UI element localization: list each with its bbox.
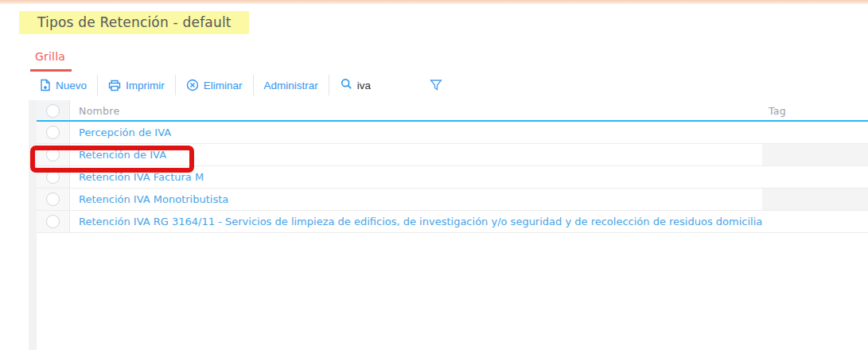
page-title-wrap: Tipos de Retención - default xyxy=(19,11,249,34)
row-name-cell[interactable]: Percepción de IVA xyxy=(70,122,762,143)
row-select-cell[interactable] xyxy=(37,189,70,210)
printer-icon xyxy=(108,80,121,91)
row-select-cell[interactable] xyxy=(37,166,70,188)
row-name-link[interactable]: Retención de IVA xyxy=(79,149,166,161)
table-row[interactable]: Retención IVA Monotributista xyxy=(37,189,868,211)
new-button-label: Nuevo xyxy=(56,80,87,91)
row-select-radio[interactable] xyxy=(46,126,60,139)
row-tag-cell xyxy=(762,144,868,165)
delete-button[interactable]: Eliminar xyxy=(176,75,253,95)
column-header-tag[interactable]: Tag xyxy=(762,100,868,122)
manage-button-label: Administrar xyxy=(264,80,318,91)
table-row[interactable]: Retención IVA RG 3164/11 - Servicios de … xyxy=(37,211,868,233)
row-select-radio[interactable] xyxy=(46,215,60,228)
title-highlight: Tipos de Retención - default xyxy=(19,11,249,34)
table-row[interactable]: Percepción de IVA xyxy=(37,122,868,144)
row-name-cell[interactable]: Retención de IVA xyxy=(70,144,762,165)
row-tag-cell xyxy=(762,211,868,232)
row-name-link[interactable]: Retención IVA Factura M xyxy=(79,171,204,183)
grid-header-row: Nombre Tag xyxy=(37,100,868,122)
delete-button-label: Eliminar xyxy=(204,80,243,91)
row-name-cell[interactable]: Retención IVA RG 3164/11 - Servicios de … xyxy=(70,211,762,232)
grid-body: Percepción de IVA Retención de IVA Reten… xyxy=(37,122,868,233)
column-header-nombre-label: Nombre xyxy=(79,105,119,117)
select-all-radio[interactable] xyxy=(46,104,60,118)
new-button[interactable]: Nuevo xyxy=(29,75,97,95)
row-name-cell[interactable]: Retención IVA Factura M xyxy=(70,166,762,188)
page-title: Tipos de Retención - default xyxy=(37,14,232,30)
column-header-tag-label: Tag xyxy=(769,105,786,117)
tab-grilla[interactable]: Grilla xyxy=(30,49,72,72)
table-row[interactable]: Retención de IVA xyxy=(37,144,868,166)
row-select-cell[interactable] xyxy=(37,144,70,165)
delete-circle-icon xyxy=(186,79,199,91)
row-select-cell[interactable] xyxy=(37,122,70,143)
search-input[interactable] xyxy=(357,80,399,91)
tab-grilla-label: Grilla xyxy=(30,50,69,63)
row-name-link[interactable]: Retención IVA RG 3164/11 - Servicios de … xyxy=(79,216,762,228)
manage-button[interactable]: Administrar xyxy=(254,75,329,95)
select-all-cell[interactable] xyxy=(37,100,70,122)
row-name-cell[interactable]: Retención IVA Monotributista xyxy=(70,189,762,210)
print-button[interactable]: Imprimir xyxy=(98,75,175,95)
row-select-radio[interactable] xyxy=(46,148,60,161)
table-row[interactable]: Retención IVA Factura M xyxy=(37,166,868,189)
toolbar: Nuevo Imprimir Eliminar xyxy=(29,73,450,97)
row-tag-cell xyxy=(762,122,868,143)
row-tag-cell xyxy=(762,166,868,188)
search-icon xyxy=(341,78,352,92)
row-select-radio[interactable] xyxy=(46,192,60,206)
row-tag-cell xyxy=(762,189,868,210)
new-document-icon xyxy=(39,79,51,91)
row-select-radio[interactable] xyxy=(46,170,60,184)
filter-funnel-icon[interactable] xyxy=(426,75,446,95)
row-name-link[interactable]: Percepción de IVA xyxy=(79,126,171,138)
print-button-label: Imprimir xyxy=(126,80,165,91)
app-window: Tipos de Retención - default Grilla Nuev… xyxy=(0,0,868,350)
row-select-cell[interactable] xyxy=(37,211,70,232)
grid-left-gutter xyxy=(29,100,37,350)
search-box xyxy=(329,75,450,95)
top-accent-bar xyxy=(0,0,868,4)
row-name-link[interactable]: Retención IVA Monotributista xyxy=(79,193,228,205)
column-header-nombre[interactable]: Nombre xyxy=(70,100,762,122)
